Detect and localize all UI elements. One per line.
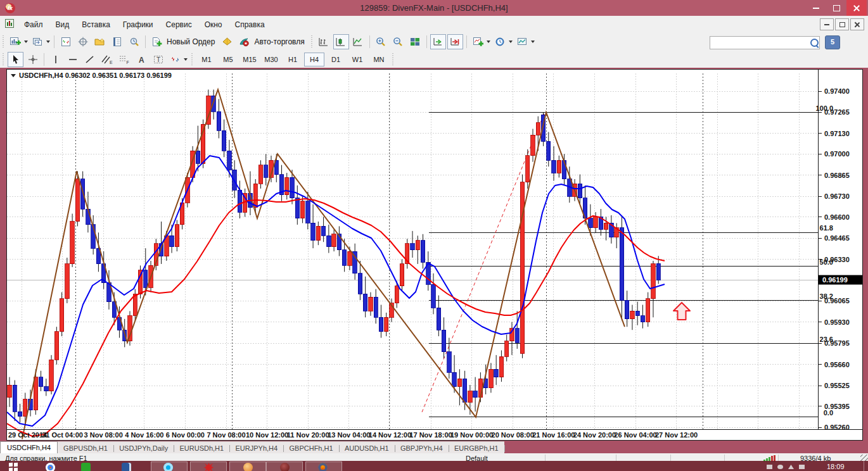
new-chart-button[interactable] [8, 34, 23, 49]
templates-button[interactable] [514, 34, 530, 49]
orange-app-icon[interactable] [243, 463, 253, 471]
zoom-in-button[interactable] [373, 34, 389, 49]
tray-icon[interactable] [777, 465, 783, 469]
fibonacci-tool-button[interactable]: F [116, 52, 132, 67]
taskbar-clock[interactable]: 18:09 [827, 463, 845, 470]
svg-text:A: A [139, 55, 144, 64]
menu-charts[interactable]: Графики [117, 18, 160, 32]
toolbar-grip[interactable] [310, 35, 314, 48]
menu-help[interactable]: Справка [229, 18, 271, 32]
chrome-icon[interactable] [46, 463, 55, 471]
data-window-button[interactable] [75, 34, 91, 49]
navigator-button[interactable] [92, 34, 108, 49]
svg-text:7 Nov 08:00: 7 Nov 08:00 [207, 431, 245, 439]
tray-icon[interactable] [788, 465, 794, 469]
toolbar-grip[interactable] [392, 53, 395, 66]
menu-insert[interactable]: Вставка [75, 18, 117, 32]
zoom-out-button[interactable] [390, 34, 406, 49]
terminal-button[interactable] [109, 34, 125, 49]
cursor-tool-button[interactable] [8, 52, 23, 67]
tab-usdjpy[interactable]: USDJPYh,Daily [113, 443, 174, 454]
bar-chart-type-button[interactable] [316, 34, 332, 49]
tab-eurgbp[interactable]: EURGBPh,H1 [449, 443, 504, 454]
line-chart-type-button[interactable] [350, 34, 366, 49]
timeframe-m1-button[interactable]: M1 [196, 53, 217, 66]
new-order-label[interactable]: Новый Ордер [167, 37, 215, 46]
restore-button[interactable] [826, 0, 846, 16]
svg-text:10 Nov 12:00: 10 Nov 12:00 [246, 431, 288, 439]
start-button-icon[interactable] [9, 463, 18, 471]
auto-scroll-button[interactable] [430, 34, 446, 49]
chart-shift-button[interactable] [447, 34, 463, 49]
chart-profiles-button[interactable] [30, 34, 46, 49]
periods-dropdown-icon[interactable] [509, 41, 513, 43]
timeframe-m30-button[interactable]: M30 [261, 53, 281, 66]
arrows-tool-button[interactable] [167, 52, 183, 67]
timeframe-d1-button[interactable]: D1 [326, 53, 346, 66]
menu-tools[interactable]: Сервис [160, 18, 198, 32]
indicators-dropdown-icon[interactable] [487, 41, 490, 43]
tray-icon[interactable] [767, 465, 772, 469]
equidistant-channel-tool-button[interactable]: E [99, 52, 115, 67]
menu-window[interactable]: Окно [198, 18, 229, 32]
timeframe-h1-button[interactable]: H1 [283, 53, 303, 66]
chart-minimize-button[interactable] [820, 18, 834, 30]
candlestick-chart-type-button[interactable] [333, 34, 349, 49]
word-icon[interactable] [122, 463, 131, 471]
tab-gbpusd[interactable]: GBPUSDh,H1 [58, 443, 113, 454]
search-input[interactable] [710, 36, 820, 49]
text-tool-button[interactable]: A [133, 52, 149, 67]
vertical-line-tool-button[interactable] [48, 52, 63, 67]
green-app-icon[interactable] [81, 463, 91, 471]
menu-file[interactable]: Файл [18, 18, 49, 32]
tile-windows-button[interactable] [407, 34, 423, 49]
tab-gbpchf[interactable]: GBPCHFh,H1 [284, 443, 339, 454]
autotrading-label[interactable]: Авто-торговля [254, 37, 304, 46]
market-watch-button[interactable] [58, 34, 73, 49]
trendline-tool-button[interactable] [82, 52, 98, 67]
tab-eurjpy[interactable]: EURJPYh,H4 [230, 443, 284, 454]
crosshair-tool-button[interactable] [25, 52, 41, 67]
horizontal-line-tool-button[interactable] [65, 52, 80, 67]
tab-eurusd[interactable]: EURUSDh,H1 [174, 443, 230, 454]
toolbar-grip[interactable] [2, 35, 5, 48]
new-order-button[interactable] [149, 34, 165, 49]
autotrading-button[interactable] [236, 34, 252, 49]
timeframe-w1-button[interactable]: W1 [347, 53, 367, 66]
metaeditor-button[interactable] [219, 34, 235, 49]
chart-close-button[interactable] [850, 18, 864, 30]
chart-ohlc-header[interactable]: USDCHFh,H4 0.96302 0.96351 0.96173 0.961… [11, 72, 172, 79]
svg-text:4 Nov 16:00: 4 Nov 16:00 [125, 431, 163, 439]
chart-canvas[interactable]: 0.974000.972650.971300.970000.968650.967… [7, 70, 862, 440]
text-label-tool-button[interactable]: T [150, 52, 166, 67]
periods-button[interactable] [492, 34, 508, 49]
chart-dropdown-icon[interactable] [11, 74, 16, 77]
chart-restore-button[interactable] [835, 18, 849, 30]
tab-gbpjpy[interactable]: GBPJPYh,H4 [395, 443, 449, 454]
timeframe-mn-button[interactable]: MN [369, 53, 389, 66]
tray-icon[interactable] [799, 465, 805, 469]
search-icon[interactable] [810, 39, 819, 47]
tab-usdchf[interactable]: USDCHFh,H4 [0, 441, 58, 454]
notifications-bubble-icon[interactable]: 5 [825, 35, 840, 49]
toolbar-grip[interactable] [2, 53, 5, 66]
arrows-dropdown-icon[interactable] [184, 58, 188, 61]
indicators-button[interactable] [470, 34, 486, 49]
new-chart-dropdown-icon[interactable] [24, 41, 28, 43]
darkred-app-icon[interactable] [280, 463, 290, 471]
chart-profiles-dropdown-icon[interactable] [46, 41, 50, 43]
minimize-button[interactable] [806, 0, 826, 16]
timeframe-m5-button[interactable]: M5 [218, 53, 238, 66]
svg-text:100.0: 100.0 [815, 104, 833, 112]
timeframe-h4-button[interactable]: H4 [304, 53, 324, 66]
show-desktop-button[interactable] [864, 461, 868, 471]
firefox-icon[interactable] [318, 463, 328, 471]
menu-view[interactable]: Вид [49, 18, 76, 32]
toolbar-grip[interactable] [191, 53, 194, 66]
close-button[interactable] [846, 0, 867, 16]
templates-dropdown-icon[interactable] [531, 41, 535, 43]
strategy-tester-button[interactable] [126, 34, 142, 49]
timeframe-m15-button[interactable]: M15 [239, 53, 260, 66]
skype-icon[interactable] [163, 463, 173, 471]
tab-audusd[interactable]: AUDUSDh,H1 [339, 443, 395, 454]
